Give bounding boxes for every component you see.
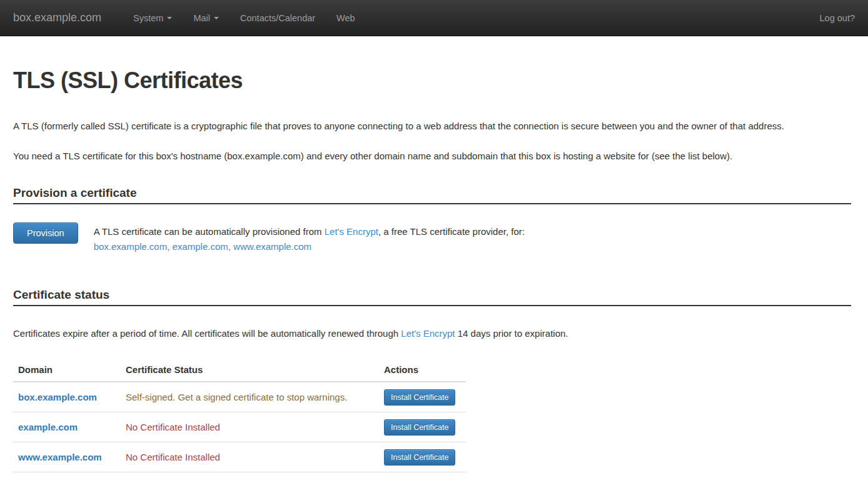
navbar-item-label: Web	[336, 13, 355, 23]
domain-link[interactable]: box.example.com	[18, 392, 97, 402]
navbar-item-label: Contacts/Calendar	[240, 13, 315, 23]
intro-paragraph-1: A TLS (formerly called SSL) certificate …	[13, 119, 851, 134]
navbar-item-label: System	[133, 13, 163, 23]
nav-item-mail[interactable]: Mail	[183, 0, 230, 36]
provision-button[interactable]: Provision	[13, 222, 78, 244]
install-certificate-button[interactable]: Install Certificate	[384, 419, 455, 436]
provision-text-before: A TLS certificate can be automatically p…	[94, 226, 325, 237]
navbar-item-label: Mail	[193, 13, 210, 23]
col-header-certificate-status: Certificate Status	[121, 359, 379, 382]
navbar-right: Log out?	[820, 12, 855, 23]
domain-link[interactable]: www.example.com	[18, 452, 102, 462]
certificate-table-body: box.example.com Self-signed. Get a signe…	[13, 382, 466, 472]
provision-row: Provision A TLS certificate can be autom…	[13, 222, 851, 254]
main-content: TLS (SSL) Certificates A TLS (formerly c…	[0, 67, 868, 472]
logout-link[interactable]: Log out?	[820, 13, 855, 23]
navbar-menu: System Mail Contacts/Calendar Web	[123, 0, 366, 36]
page-title: TLS (SSL) Certificates	[13, 67, 851, 94]
certificate-status-text: No Certificate Installed	[126, 452, 220, 462]
certificate-status-text: Self-signed. Get a signed certificate to…	[126, 392, 347, 402]
navbar-brand[interactable]: box.example.com	[13, 11, 101, 24]
table-row: box.example.com Self-signed. Get a signe…	[13, 382, 466, 412]
table-row: example.com No Certificate Installed Ins…	[13, 412, 466, 442]
provision-text-after: , a free TLS certificate provider, for:	[378, 226, 525, 237]
lets-encrypt-link[interactable]: Let's Encrypt	[325, 226, 378, 237]
col-header-domain: Domain	[13, 359, 121, 382]
status-section-heading: Certificate status	[13, 288, 851, 306]
chevron-down-icon	[214, 17, 219, 19]
provision-description: A TLS certificate can be automatically p…	[94, 222, 525, 254]
top-navbar: box.example.com System Mail Contacts/Cal…	[0, 0, 868, 36]
nav-item-web[interactable]: Web	[326, 0, 366, 36]
col-header-actions: Actions	[379, 359, 466, 382]
intro-paragraph-2: You need a TLS certificate for this box'…	[13, 149, 851, 164]
nav-item-system[interactable]: System	[123, 0, 183, 36]
certificate-table-head: Domain Certificate Status Actions	[13, 359, 466, 382]
status-text-before: Certificates expire after a period of ti…	[13, 328, 401, 339]
install-certificate-button[interactable]: Install Certificate	[384, 449, 455, 466]
provision-domain-list: box.example.com, example.com, www.exampl…	[94, 239, 525, 254]
certificate-status-text: No Certificate Installed	[126, 422, 220, 432]
status-text-after: 14 days prior to expiration.	[455, 328, 568, 339]
chevron-down-icon	[167, 17, 172, 19]
nav-item-contacts-calendar[interactable]: Contacts/Calendar	[230, 0, 326, 36]
domain-link[interactable]: example.com	[18, 422, 78, 432]
status-note: Certificates expire after a period of ti…	[13, 326, 851, 341]
certificate-table: Domain Certificate Status Actions box.ex…	[13, 359, 466, 472]
install-certificate-button[interactable]: Install Certificate	[384, 389, 455, 406]
table-row: www.example.com No Certificate Installed…	[13, 442, 466, 472]
provision-section-heading: Provision a certificate	[13, 186, 851, 204]
lets-encrypt-link-2[interactable]: Let's Encrypt	[401, 328, 455, 339]
